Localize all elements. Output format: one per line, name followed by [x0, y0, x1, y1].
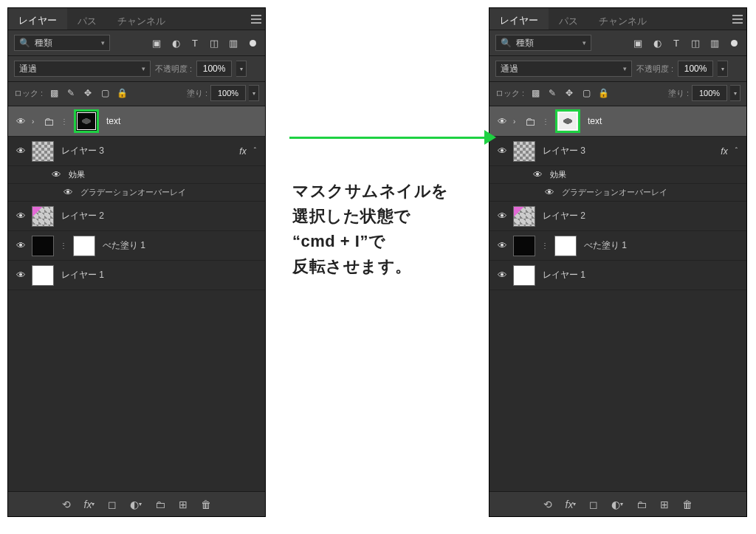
filter-smart-icon[interactable]: ▥	[709, 37, 721, 49]
visibility-toggle[interactable]: 👁	[495, 146, 509, 157]
lock-transparency-icon[interactable]: ▩	[48, 87, 60, 99]
visibility-toggle[interactable]: 👁	[14, 240, 27, 251]
visibility-toggle[interactable]: 👁	[49, 169, 63, 180]
filter-smart-icon[interactable]: ▥	[227, 37, 239, 49]
lock-all-icon[interactable]: 🔒	[116, 87, 128, 99]
adjustment-layer-icon[interactable]: ◐▾	[611, 499, 623, 510]
visibility-toggle[interactable]: 👁	[61, 187, 75, 198]
link-mask-icon[interactable]: ⋮	[541, 242, 549, 250]
expand-icon[interactable]: ›	[32, 117, 39, 126]
lock-artboard-icon[interactable]: ▢	[99, 87, 111, 99]
blend-mode-select[interactable]: 通過 ▾	[495, 61, 632, 77]
fx-expand-icon[interactable]: ˆ	[251, 147, 259, 155]
add-mask-icon[interactable]: ◻︎	[589, 499, 598, 510]
tab-channels[interactable]: チャンネル	[107, 8, 176, 30]
lock-transparency-icon[interactable]: ▩	[529, 87, 541, 99]
link-mask-icon[interactable]: ⋮	[60, 242, 67, 250]
filter-toggle-dot[interactable]	[731, 40, 738, 47]
visibility-toggle[interactable]: 👁	[495, 116, 509, 127]
layer-3[interactable]: 👁 レイヤー 3 fx ˆ	[489, 137, 746, 166]
effect-gradient-overlay[interactable]: 👁 グラデーションオーバーレイ	[489, 184, 746, 202]
layer-text-group[interactable]: 👁 › 🗀 ⋮ text	[8, 106, 265, 137]
layer-thumbnail[interactable]	[32, 236, 54, 256]
layer-solid-1[interactable]: 👁 ⋮ べた塗り 1	[8, 231, 265, 261]
opacity-value[interactable]: 100%	[678, 61, 713, 77]
lock-brush-icon[interactable]: ✎	[546, 87, 558, 99]
layer-name[interactable]: レイヤー 2	[58, 210, 259, 222]
adjustment-layer-icon[interactable]: ◐▾	[130, 499, 142, 510]
layer-text-group[interactable]: 👁 › 🗀 ⋮ text	[489, 106, 746, 137]
link-layers-icon[interactable]: ⟲	[543, 499, 552, 510]
new-group-icon[interactable]: 🗀	[155, 499, 165, 510]
new-group-icon[interactable]: 🗀	[636, 499, 647, 510]
blend-mode-select[interactable]: 通過 ▾	[14, 61, 151, 77]
layer-thumbnail[interactable]	[513, 206, 535, 227]
layer-thumbnail[interactable]	[513, 265, 535, 286]
fill-value[interactable]: 100%	[210, 85, 246, 101]
layer-name[interactable]: レイヤー 1	[540, 269, 740, 281]
layer-name[interactable]: レイヤー 2	[540, 210, 740, 222]
panel-menu-icon[interactable]	[729, 8, 746, 30]
layer-name[interactable]: text	[585, 116, 740, 126]
visibility-toggle[interactable]: 👁	[495, 210, 509, 222]
lock-artboard-icon[interactable]: ▢	[580, 87, 592, 99]
link-layers-icon[interactable]: ⟲	[62, 499, 71, 510]
visibility-toggle[interactable]: 👁	[495, 240, 509, 251]
add-mask-icon[interactable]: ◻︎	[108, 499, 117, 510]
layer-name[interactable]: レイヤー 3	[540, 145, 716, 157]
filter-type-icon[interactable]: T	[670, 37, 682, 49]
visibility-toggle[interactable]: 👁	[543, 187, 556, 198]
fill-dropdown[interactable]: ▾	[249, 85, 259, 101]
layer-name[interactable]: べた塗り 1	[581, 239, 740, 252]
layer-3[interactable]: 👁 レイヤー 3 fx ˆ	[8, 137, 265, 166]
filter-kind-select[interactable]: 🔍 種類 ▾	[14, 35, 110, 51]
mask-thumbnail[interactable]	[554, 236, 577, 256]
layer-name[interactable]: レイヤー 3	[58, 145, 235, 157]
visibility-toggle[interactable]: 👁	[495, 270, 509, 281]
layer-thumbnail[interactable]	[32, 141, 54, 162]
visibility-toggle[interactable]: 👁	[14, 146, 27, 157]
fx-menu-icon[interactable]: fx▾	[84, 499, 95, 510]
visibility-toggle[interactable]: 👁	[14, 210, 27, 222]
tab-paths[interactable]: パス	[549, 8, 588, 30]
opacity-value[interactable]: 100%	[196, 61, 232, 77]
tab-layers[interactable]: レイヤー	[8, 8, 67, 30]
tab-paths[interactable]: パス	[67, 8, 107, 30]
filter-shape-icon[interactable]: ◫	[208, 37, 220, 49]
fill-dropdown[interactable]: ▾	[730, 85, 740, 101]
fx-badge[interactable]: fx	[721, 146, 727, 157]
visibility-toggle[interactable]: 👁	[14, 116, 27, 127]
layer-2[interactable]: 👁 レイヤー 2	[8, 202, 265, 231]
layer-thumbnail[interactable]	[513, 141, 535, 162]
mask-thumbnail-selected-inverted[interactable]	[555, 109, 580, 133]
expand-icon[interactable]: ›	[513, 117, 520, 126]
fill-value[interactable]: 100%	[692, 85, 727, 101]
layer-1[interactable]: 👁 レイヤー 1	[8, 261, 265, 290]
visibility-toggle[interactable]: 👁	[531, 169, 544, 180]
lock-all-icon[interactable]: 🔒	[597, 87, 609, 99]
fx-expand-icon[interactable]: ˆ	[732, 147, 740, 155]
lock-move-icon[interactable]: ✥	[563, 87, 575, 99]
filter-type-icon[interactable]: T	[189, 37, 201, 49]
tab-layers[interactable]: レイヤー	[489, 8, 549, 30]
lock-brush-icon[interactable]: ✎	[65, 87, 77, 99]
filter-image-icon[interactable]: ▣	[632, 37, 644, 49]
new-layer-icon[interactable]: ⊞	[660, 499, 669, 510]
lock-move-icon[interactable]: ✥	[82, 87, 94, 99]
mask-thumbnail[interactable]	[73, 236, 95, 256]
mask-thumbnail-selected[interactable]	[74, 109, 99, 133]
layer-thumbnail[interactable]	[32, 206, 54, 227]
delete-layer-icon[interactable]: 🗑	[682, 499, 693, 510]
delete-layer-icon[interactable]: 🗑	[201, 499, 211, 510]
fx-menu-icon[interactable]: fx▾	[566, 499, 577, 510]
effect-gradient-overlay[interactable]: 👁 グラデーションオーバーレイ	[8, 184, 265, 202]
visibility-toggle[interactable]: 👁	[14, 270, 27, 281]
layer-thumbnail[interactable]	[513, 236, 535, 256]
layer-thumbnail[interactable]	[32, 265, 54, 286]
filter-adjust-icon[interactable]: ◐	[170, 37, 182, 49]
layer-2[interactable]: 👁 レイヤー 2	[489, 202, 746, 231]
opacity-dropdown[interactable]: ▾	[718, 61, 728, 77]
panel-menu-icon[interactable]	[247, 8, 265, 30]
filter-shape-icon[interactable]: ◫	[690, 37, 701, 49]
tab-channels[interactable]: チャンネル	[588, 8, 657, 30]
